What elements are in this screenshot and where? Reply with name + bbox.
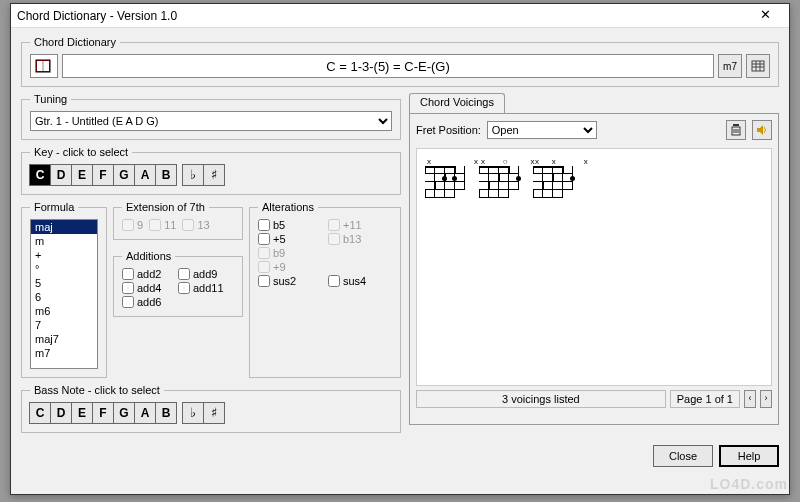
close-icon[interactable]: ✕ — [747, 6, 783, 26]
delete-icon[interactable] — [726, 120, 746, 140]
close-button[interactable]: Close — [653, 445, 713, 467]
key-d[interactable]: D — [50, 164, 72, 186]
bass-note-legend: Bass Note - click to select — [30, 384, 164, 396]
alt-sus2[interactable]: sus2 — [258, 275, 322, 287]
ext7-9: 9 — [122, 219, 143, 231]
chord-diagram-2[interactable]: x ○ x — [479, 157, 521, 206]
titlebar: Chord Dictionary - Version 1.0 ✕ — [11, 4, 789, 28]
suffix-button[interactable]: m7 — [718, 54, 742, 78]
bass-sharp-button[interactable]: ♯ — [203, 402, 225, 424]
formula-group: Formula maj m + ° 5 6 m6 7 maj7 m7 — [21, 201, 107, 378]
key-legend: Key - click to select — [30, 146, 132, 158]
add9-check[interactable]: add9 — [178, 268, 234, 280]
svg-rect-3 — [752, 61, 764, 71]
bass-d[interactable]: D — [50, 402, 72, 424]
bass-note-group: Bass Note - click to select C D E F G A … — [21, 384, 401, 433]
formula-item-7[interactable]: 7 — [31, 318, 97, 332]
formula-item-5[interactable]: 5 — [31, 276, 97, 290]
bass-c[interactable]: C — [29, 402, 51, 424]
bass-flat-button[interactable]: ♭ — [182, 402, 204, 424]
key-flat-button[interactable]: ♭ — [182, 164, 204, 186]
key-f[interactable]: F — [92, 164, 114, 186]
ext7-13: 13 — [182, 219, 209, 231]
tab-header: Chord Voicings — [409, 93, 779, 113]
page-indicator: Page 1 of 1 — [670, 390, 740, 408]
bass-a[interactable]: A — [134, 402, 156, 424]
page-prev-button[interactable]: ‹ — [744, 390, 756, 408]
ext7-legend: Extension of 7th — [122, 201, 209, 213]
window-title: Chord Dictionary - Version 1.0 — [17, 9, 747, 23]
key-sharp-button[interactable]: ♯ — [203, 164, 225, 186]
key-c[interactable]: C — [29, 164, 51, 186]
dialog-window: Chord Dictionary - Version 1.0 ✕ Chord D… — [10, 3, 790, 495]
bass-buttons: C D E F G A B — [30, 402, 177, 424]
add2-check[interactable]: add2 — [122, 268, 172, 280]
formula-item-maj7[interactable]: maj7 — [31, 332, 97, 346]
tuning-group: Tuning Gtr. 1 - Untitled (E A D G) — [21, 93, 401, 140]
chord-dictionary-legend: Chord Dictionary — [30, 36, 120, 48]
chord-formula-display: C = 1-3-(5) = C-E-(G) — [62, 54, 714, 78]
formula-item-m[interactable]: m — [31, 234, 97, 248]
key-b[interactable]: B — [155, 164, 177, 186]
tuning-select[interactable]: Gtr. 1 - Untitled (E A D G) — [30, 111, 392, 131]
play-sound-icon[interactable] — [752, 120, 772, 140]
bass-f[interactable]: F — [92, 402, 114, 424]
voicings-panel: Fret Position: Open — [409, 113, 779, 425]
fret-position-select[interactable]: Open — [487, 121, 597, 139]
alt-p5[interactable]: +5 — [258, 233, 322, 245]
additions-group: Additions add2 add9 add4 add11 add6 — [113, 250, 243, 317]
alterations-group: Alterations b5 +11 +5 b13 b9 +9 sus2 sus… — [249, 201, 401, 378]
fret-position-label: Fret Position: — [416, 124, 481, 136]
bass-b[interactable]: B — [155, 402, 177, 424]
ext7-group: Extension of 7th 9 11 13 — [113, 201, 243, 240]
tab-chord-voicings[interactable]: Chord Voicings — [409, 93, 505, 113]
add6-check[interactable]: add6 — [122, 296, 172, 308]
additions-legend: Additions — [122, 250, 175, 262]
alt-p11: +11 — [328, 219, 392, 231]
bass-g[interactable]: G — [113, 402, 135, 424]
formula-item-dim[interactable]: ° — [31, 262, 97, 276]
bass-e[interactable]: E — [71, 402, 93, 424]
formula-item-m7[interactable]: m7 — [31, 346, 97, 360]
formula-item-m6[interactable]: m6 — [31, 304, 97, 318]
page-next-button[interactable]: › — [760, 390, 772, 408]
svg-marker-13 — [757, 125, 763, 135]
key-e[interactable]: E — [71, 164, 93, 186]
voicings-status: 3 voicings listed — [416, 390, 666, 408]
client-area: Chord Dictionary C = 1-3-(5) = C-E-(G) m… — [11, 28, 789, 494]
chord-diagram-3[interactable]: x x x — [533, 157, 575, 206]
voicing-area: x x x ○ x — [416, 148, 772, 386]
alt-p9: +9 — [258, 261, 322, 273]
key-g[interactable]: G — [113, 164, 135, 186]
tuning-legend: Tuning — [30, 93, 71, 105]
chord-dictionary-group: Chord Dictionary C = 1-3-(5) = C-E-(G) m… — [21, 36, 779, 87]
formula-item-6[interactable]: 6 — [31, 290, 97, 304]
alterations-legend: Alterations — [258, 201, 318, 213]
alt-b9: b9 — [258, 247, 322, 259]
formula-listbox[interactable]: maj m + ° 5 6 m6 7 maj7 m7 — [30, 219, 98, 369]
formula-item-aug[interactable]: + — [31, 248, 97, 262]
formula-legend: Formula — [30, 201, 78, 213]
key-buttons: C D E F G A B — [30, 164, 177, 186]
help-button[interactable]: Help — [719, 445, 779, 467]
chord-diagram-1[interactable]: x x — [425, 157, 467, 206]
key-a[interactable]: A — [134, 164, 156, 186]
key-group: Key - click to select C D E F G A B ♭ — [21, 146, 401, 195]
alt-sus4[interactable]: sus4 — [328, 275, 392, 287]
add4-check[interactable]: add4 — [122, 282, 172, 294]
tuning-diagram-button[interactable] — [746, 54, 770, 78]
add11-check[interactable]: add11 — [178, 282, 234, 294]
alt-b13: b13 — [328, 233, 392, 245]
book-icon[interactable] — [30, 54, 58, 78]
alt-b5[interactable]: b5 — [258, 219, 322, 231]
formula-item-maj[interactable]: maj — [31, 220, 97, 234]
ext7-11: 11 — [149, 219, 176, 231]
